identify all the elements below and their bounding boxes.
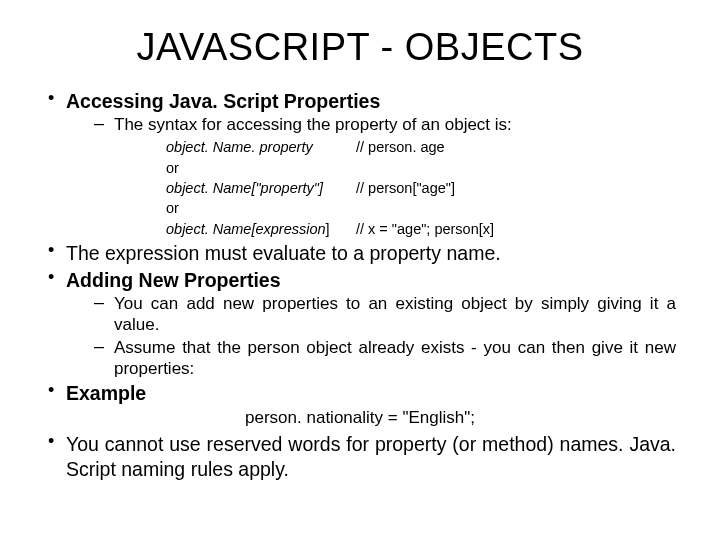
- bullet-adding: Adding New Properties You can add new pr…: [44, 268, 676, 380]
- bullet-accessing: Accessing Java. Script Properties The sy…: [44, 89, 676, 239]
- bullet-adding-heading: Adding New Properties: [66, 269, 281, 291]
- code-block: object. Name. property // person. age or…: [114, 137, 676, 238]
- sub-add-2: Assume that the person object already ex…: [92, 337, 676, 380]
- sub-add-1: You can add new properties to an existin…: [92, 293, 676, 336]
- example-code: person. nationality = "English";: [44, 408, 676, 428]
- bullet-reserved: You cannot use reserved words for proper…: [44, 432, 676, 482]
- bullet-expression: The expression must evaluate to a proper…: [44, 241, 676, 266]
- bullet-example: Example: [44, 381, 676, 406]
- bullet-accessing-heading: Accessing Java. Script Properties: [66, 90, 380, 112]
- sub-syntax: The syntax for accessing the property of…: [92, 114, 676, 239]
- page-title: JAVASCRIPT - OBJECTS: [44, 26, 676, 69]
